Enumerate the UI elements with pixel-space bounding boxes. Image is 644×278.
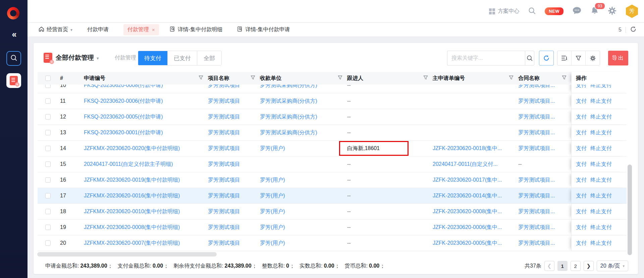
filter-funnel-icon[interactable] — [251, 75, 255, 81]
row-checkbox[interactable] — [45, 114, 51, 120]
payee-link[interactable]: 罗芳(用户) — [260, 177, 285, 184]
pay-action-link[interactable]: 支付 — [576, 145, 587, 152]
main-request-code-link[interactable]: 20240417-0011(自定义付... — [433, 161, 498, 168]
stop-pay-action-link[interactable]: 终止支付 — [590, 177, 612, 184]
page-size-select[interactable]: 20 条/页▾ — [597, 261, 628, 271]
main-request-code-link[interactable]: JZFK-20230620-0008(集中... — [433, 208, 502, 215]
list-refresh-button[interactable] — [539, 51, 554, 65]
settings-gear-icon[interactable] — [608, 6, 616, 16]
row-checkbox[interactable] — [45, 161, 51, 167]
request-code-link[interactable]: FKSQ-20230620-0001(付款申请) — [84, 129, 163, 136]
request-code-link[interactable]: FKSQ-20230620-0006(付款申请) — [84, 98, 163, 105]
pay-action-link[interactable]: 支付 — [576, 224, 587, 231]
payee-link[interactable]: 罗芳(用户) — [260, 240, 285, 247]
payee-link[interactable]: 罗芳(用户) — [260, 224, 285, 231]
contract-name-link[interactable]: 罗芳测试项目... — [518, 177, 555, 184]
payee-link[interactable]: 罗芳测试采购商(分供方) — [260, 98, 317, 105]
pay-action-link[interactable]: 支付 — [576, 161, 587, 168]
project-name-link[interactable]: 罗芳测试项目 — [208, 192, 240, 199]
main-request-code-link[interactable]: JZFK-20230620-0017(集中... — [433, 177, 502, 184]
row-checkbox[interactable] — [45, 177, 51, 183]
pay-action-link[interactable]: 支付 — [576, 192, 587, 199]
row-checkbox[interactable] — [45, 85, 51, 88]
payee-link[interactable]: 罗芳测试采购商(分供方) — [260, 85, 317, 89]
tab-经营首页[interactable]: 经营首页▾ — [39, 24, 72, 35]
row-checkbox[interactable] — [45, 209, 51, 214]
header-search-icon[interactable] — [528, 7, 536, 16]
main-request-code-link[interactable]: JZFK-20230620-0006(集中... — [433, 224, 502, 231]
stop-pay-action-link[interactable]: 终止支付 — [590, 98, 612, 105]
row-checkbox[interactable] — [45, 130, 51, 135]
page-button-1[interactable]: 1 — [557, 261, 568, 271]
request-code-link[interactable]: 20240417-0011(自定义付款主子明细) — [84, 161, 173, 168]
stop-pay-action-link[interactable]: 终止支付 — [590, 161, 612, 168]
select-all-checkbox[interactable] — [45, 76, 51, 81]
payee-link[interactable]: 罗芳(用户) — [260, 192, 285, 199]
keyword-search-input[interactable] — [447, 51, 525, 65]
request-code-link[interactable]: JZFKMX-20230620-0010(集中付款明细) — [84, 208, 180, 215]
message-icon[interactable] — [572, 6, 582, 16]
contract-name-link[interactable]: 罗芳测试项目... — [518, 240, 555, 247]
payee-link[interactable]: 罗芳(用户) — [260, 145, 285, 152]
payee-link[interactable]: 罗芳(用户) — [260, 208, 285, 215]
contract-name-link[interactable]: 罗芳测试项目... — [518, 98, 555, 105]
stop-pay-action-link[interactable]: 终止支付 — [590, 113, 612, 121]
payee-link[interactable]: 罗芳测试采购商(分供方) — [260, 129, 317, 136]
request-code-link[interactable]: JZFKMX-20230620-0016(集中付款明细) — [84, 192, 180, 199]
contract-name-link[interactable]: 罗芳测试项目... — [518, 208, 555, 215]
vertical-scrollbar[interactable] — [628, 165, 632, 255]
contract-name-link[interactable]: 罗芳测试项目... — [518, 192, 555, 199]
new-badge[interactable]: NEW — [545, 7, 564, 15]
segment-已支付[interactable]: 已支付 — [168, 51, 197, 65]
project-name-link[interactable]: 罗芳测试项目 — [208, 129, 240, 136]
view-title-dropdown[interactable]: 全部付款管理▾ — [56, 53, 99, 62]
pay-action-link[interactable]: 支付 — [576, 208, 587, 215]
row-checkbox[interactable] — [45, 146, 51, 151]
pay-action-link[interactable]: 支付 — [576, 177, 587, 184]
project-name-link[interactable]: 罗芳测试项目 — [208, 85, 240, 89]
row-checkbox[interactable] — [45, 240, 51, 246]
row-checkbox[interactable] — [45, 225, 51, 230]
request-code-link[interactable]: JZFKMX-20230620-0019(集中付款明细) — [84, 177, 180, 184]
sidebar-collapse-button[interactable]: « — [0, 30, 28, 39]
stop-pay-action-link[interactable]: 终止支付 — [590, 85, 612, 89]
pay-action-link[interactable]: 支付 — [576, 129, 587, 136]
horizontal-scrollbar[interactable] — [37, 252, 217, 257]
segment-待支付[interactable]: 待支付 — [138, 51, 168, 65]
project-name-link[interactable]: 罗芳测试项目 — [208, 98, 240, 105]
filter-funnel-icon[interactable] — [562, 75, 567, 81]
contract-name-link[interactable]: 罗芳测试项目... — [518, 129, 555, 136]
main-request-code-link[interactable]: JZFK-20230620-0014(集中... — [433, 192, 502, 199]
stop-pay-action-link[interactable]: 终止支付 — [590, 208, 612, 215]
pay-action-link[interactable]: 支付 — [576, 240, 587, 247]
project-name-link[interactable]: 罗芳测试项目 — [208, 177, 240, 184]
request-code-link[interactable]: JZFKMX-20230620-0008(集中付款明细) — [84, 224, 180, 231]
row-checkbox[interactable] — [45, 98, 51, 104]
tab-详情-集中付款申请[interactable]: 详情-集中付款申请 — [237, 24, 290, 35]
stop-pay-action-link[interactable]: 终止支付 — [590, 192, 612, 199]
filter-funnel-icon[interactable] — [199, 75, 203, 81]
prev-page-button[interactable]: ❮︎ — [544, 261, 554, 271]
pay-action-link[interactable]: 支付 — [576, 98, 587, 105]
request-code-link[interactable]: FKSQ-20230620-0008(付款申请) — [84, 85, 163, 89]
sidebar-search-button[interactable] — [6, 51, 21, 66]
column-settings-button[interactable] — [586, 51, 600, 65]
tabs-refresh-icon[interactable] — [630, 26, 637, 34]
keyword-search-button[interactable] — [525, 51, 534, 65]
notification-bell-icon[interactable]: 93 — [590, 6, 599, 16]
tab-付款管理[interactable]: 付款管理× — [123, 24, 159, 35]
filter-funnel-icon[interactable] — [509, 75, 514, 81]
tab-close-icon[interactable]: × — [152, 27, 155, 33]
payee-link[interactable]: 罗芳测试采购商(分供方) — [260, 113, 317, 121]
project-name-link[interactable]: 罗芳测试项目 — [208, 113, 240, 121]
request-code-link[interactable]: JZFKMX-20230620-0007(集中付款明细) — [84, 240, 180, 247]
next-page-button[interactable]: ❯︎ — [584, 261, 594, 271]
filter-button[interactable] — [572, 51, 586, 65]
stop-pay-action-link[interactable]: 终止支付 — [590, 240, 612, 247]
page-button-2[interactable]: 2 — [571, 261, 581, 271]
tab-付款申请[interactable]: 付款申请 — [87, 24, 109, 35]
user-avatar[interactable]: 芳 — [625, 5, 639, 18]
export-button[interactable]: 导出 — [608, 51, 628, 65]
pay-action-link[interactable]: 支付 — [576, 85, 587, 89]
project-name-link[interactable]: 罗芳测试项目 — [208, 240, 240, 247]
